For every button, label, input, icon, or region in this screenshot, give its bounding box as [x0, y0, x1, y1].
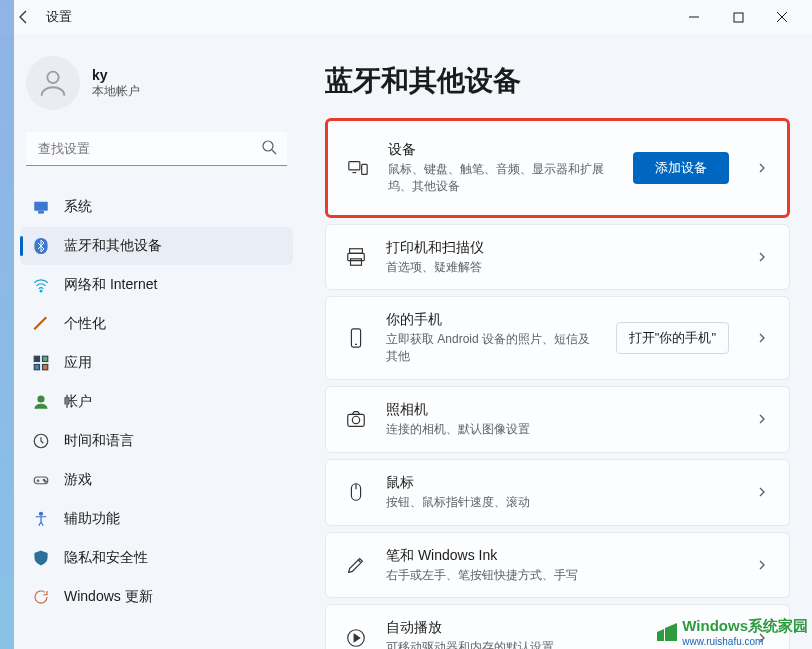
nav-item-shield[interactable]: 隐私和安全性: [20, 539, 293, 577]
chevron-right-icon: [753, 410, 771, 428]
nav-item-accessibility[interactable]: 辅助功能: [20, 500, 293, 538]
nav-item-label: 系统: [64, 198, 92, 216]
accessibility-icon: [32, 510, 50, 528]
nav-item-label: 网络和 Internet: [64, 276, 157, 294]
nav-item-person[interactable]: 帐户: [20, 383, 293, 421]
nav-item-clock[interactable]: 时间和语言: [20, 422, 293, 460]
person-icon: [36, 66, 70, 100]
cards-list: 设备鼠标、键盘、触笔、音频、显示器和扩展坞、其他设备添加设备打印机和扫描仪首选项…: [325, 118, 790, 649]
card-text: 设备鼠标、键盘、触笔、音频、显示器和扩展坞、其他设备: [388, 141, 617, 195]
chevron-right-icon: [753, 483, 771, 501]
pen-icon: [342, 551, 370, 579]
card-action-button[interactable]: 打开"你的手机": [616, 322, 729, 354]
nav-item-system[interactable]: 系统: [20, 188, 293, 226]
svg-rect-10: [43, 365, 48, 370]
svg-point-11: [38, 396, 44, 402]
chevron-right-icon: [753, 248, 771, 266]
svg-rect-7: [34, 356, 39, 361]
svg-rect-21: [351, 259, 362, 265]
card-text: 笔和 Windows Ink右手或左手、笔按钮快捷方式、手写: [386, 547, 729, 584]
minimize-icon: [688, 11, 700, 23]
svg-point-2: [263, 141, 273, 151]
nav-item-wifi[interactable]: 网络和 Internet: [20, 266, 293, 304]
card-pen[interactable]: 笔和 Windows Ink右手或左手、笔按钮快捷方式、手写: [325, 532, 790, 599]
camera-icon: [342, 405, 370, 433]
card-printer[interactable]: 打印机和扫描仪首选项、疑难解答: [325, 224, 790, 291]
card-text: 你的手机立即获取 Android 设备的照片、短信及其他: [386, 311, 600, 365]
card-phone[interactable]: 你的手机立即获取 Android 设备的照片、短信及其他打开"你的手机": [325, 296, 790, 380]
svg-rect-19: [350, 249, 363, 254]
svg-rect-4: [39, 212, 44, 214]
card-action-button[interactable]: 添加设备: [633, 152, 729, 184]
card-mouse[interactable]: 鼠标按钮、鼠标指针速度、滚动: [325, 459, 790, 526]
card-text: 鼠标按钮、鼠标指针速度、滚动: [386, 474, 729, 511]
nav-item-bluetooth[interactable]: 蓝牙和其他设备: [20, 227, 293, 265]
svg-rect-9: [34, 365, 39, 370]
system-icon: [32, 198, 50, 216]
nav-item-label: 应用: [64, 354, 92, 372]
card-title: 你的手机: [386, 311, 600, 329]
card-subtitle: 按钮、鼠标指针速度、滚动: [386, 494, 729, 511]
card-title: 照相机: [386, 401, 729, 419]
brush-icon: [32, 315, 50, 333]
nav-item-gamepad[interactable]: 游戏: [20, 461, 293, 499]
nav-list: 系统蓝牙和其他设备网络和 Internet个性化应用帐户时间和语言游戏辅助功能隐…: [20, 188, 293, 616]
gamepad-icon: [32, 471, 50, 489]
card-title: 设备: [388, 141, 617, 159]
watermark-logo-icon: [654, 619, 680, 645]
nav-item-update[interactable]: Windows 更新: [20, 578, 293, 616]
arrow-left-icon: [16, 9, 32, 25]
nav-item-label: 个性化: [64, 315, 106, 333]
svg-rect-8: [43, 356, 48, 361]
chevron-right-icon: [753, 159, 771, 177]
card-subtitle: 右手或左手、笔按钮快捷方式、手写: [386, 567, 729, 584]
nav-item-brush[interactable]: 个性化: [20, 305, 293, 343]
avatar: [26, 56, 80, 110]
watermark: Windows系统家园 www.ruishafu.com: [654, 617, 808, 647]
clock-icon: [32, 432, 50, 450]
card-devices[interactable]: 设备鼠标、键盘、触笔、音频、显示器和扩展坞、其他设备添加设备: [325, 118, 790, 218]
svg-point-15: [45, 481, 47, 483]
search-box: [26, 132, 287, 166]
titlebar: 设置: [0, 0, 812, 34]
devices-icon: [344, 154, 372, 182]
printer-icon: [342, 243, 370, 271]
nav-item-grid[interactable]: 应用: [20, 344, 293, 382]
nav-item-label: 隐私和安全性: [64, 549, 148, 567]
update-icon: [32, 588, 50, 606]
page-title: 蓝牙和其他设备: [325, 62, 790, 100]
search-input[interactable]: [26, 132, 287, 166]
card-subtitle: 鼠标、键盘、触笔、音频、显示器和扩展坞、其他设备: [388, 161, 617, 195]
profile-section[interactable]: ky 本地帐户: [20, 52, 293, 126]
chevron-right-icon: [753, 556, 771, 574]
wifi-icon: [32, 276, 50, 294]
card-title: 鼠标: [386, 474, 729, 492]
bluetooth-icon: [32, 237, 50, 255]
nav-item-label: 游戏: [64, 471, 92, 489]
svg-rect-18: [362, 164, 368, 174]
profile-name: ky: [92, 67, 140, 83]
minimize-button[interactable]: [672, 2, 716, 32]
maximize-button[interactable]: [716, 2, 760, 32]
close-icon: [776, 11, 788, 23]
nav-item-label: 帐户: [64, 393, 92, 411]
svg-point-14: [43, 479, 45, 481]
svg-rect-0: [734, 13, 743, 22]
card-title: 打印机和扫描仪: [386, 239, 729, 257]
card-camera[interactable]: 照相机连接的相机、默认图像设置: [325, 386, 790, 453]
shield-icon: [32, 549, 50, 567]
person-icon: [32, 393, 50, 411]
svg-point-1: [47, 72, 58, 83]
close-button[interactable]: [760, 2, 804, 32]
watermark-text-a: Windows: [682, 617, 748, 634]
nav-item-label: 辅助功能: [64, 510, 120, 528]
chevron-right-icon: [753, 329, 771, 347]
svg-point-6: [40, 290, 42, 292]
card-subtitle: 首选项、疑难解答: [386, 259, 729, 276]
phone-icon: [342, 324, 370, 352]
card-text: 照相机连接的相机、默认图像设置: [386, 401, 729, 438]
watermark-text-b: 系统家园: [748, 617, 808, 634]
nav-item-label: Windows 更新: [64, 588, 153, 606]
card-title: 笔和 Windows Ink: [386, 547, 729, 565]
watermark-url: www.ruishafu.com: [682, 636, 808, 647]
